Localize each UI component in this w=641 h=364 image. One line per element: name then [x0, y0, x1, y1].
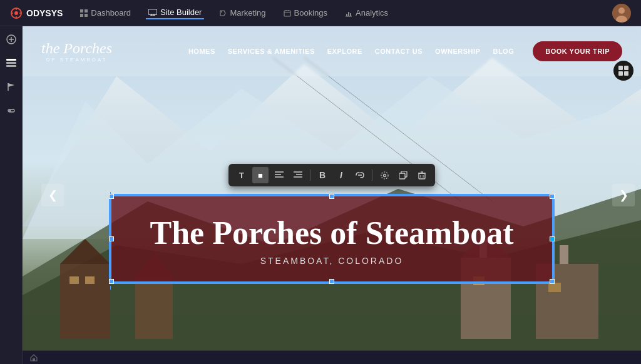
- svg-rect-10: [148, 9, 157, 14]
- toolbar-duplicate-btn[interactable]: [395, 167, 411, 183]
- hero-text-block[interactable]: The Porches of Steamboat STEAMBOAT, COLO…: [110, 195, 553, 283]
- flag-icon: [7, 83, 16, 91]
- svg-rect-52: [548, 283, 561, 292]
- svg-point-67: [381, 172, 388, 179]
- svg-rect-6: [80, 9, 83, 13]
- toolbar-link-btn[interactable]: [352, 167, 368, 183]
- content-area: the Porches OF STEAMBOAT HOMES SERVICES …: [23, 26, 641, 364]
- carousel-next-button[interactable]: ❯: [612, 184, 635, 206]
- add-element-button[interactable]: [4, 33, 18, 46]
- svg-rect-15: [284, 11, 290, 16]
- svg-rect-70: [419, 173, 425, 179]
- trash-icon: [418, 171, 426, 179]
- status-bar: [23, 350, 641, 364]
- handle-tr[interactable]: [550, 194, 555, 199]
- svg-rect-21: [348, 12, 349, 16]
- user-avatar[interactable]: [612, 4, 631, 23]
- hero-subtitle: STEAMBOAT, COLORADO: [136, 256, 527, 266]
- svg-rect-42: [135, 276, 173, 339]
- top-nav-items: Dashboard Site Builder Marketing: [78, 6, 597, 19]
- toolbar-italic-btn[interactable]: I: [333, 167, 349, 183]
- handle-tl[interactable]: [109, 194, 114, 199]
- arrow-right-icon: ❯: [619, 188, 628, 202]
- settings-float-icon: [618, 65, 629, 76]
- toolbar-divider-1: [310, 169, 310, 181]
- nav-explore[interactable]: EXPLORE: [327, 48, 362, 55]
- book-trip-button[interactable]: BOOK YOUR TRIP: [533, 41, 622, 61]
- svg-rect-75: [33, 358, 35, 361]
- toolbar-align-left-btn[interactable]: [271, 167, 287, 183]
- grid-icon: [80, 9, 88, 17]
- nav-ownership[interactable]: OWNERSHIP: [435, 48, 480, 55]
- align-right-icon: [294, 171, 302, 179]
- status-icon-left[interactable]: [29, 353, 39, 363]
- settings-sidebar-button[interactable]: [4, 104, 18, 118]
- svg-rect-31: [6, 65, 16, 67]
- toolbar-divider-2: [372, 169, 372, 181]
- handle-ml[interactable]: [109, 236, 114, 241]
- svg-rect-57: [618, 71, 623, 76]
- toolbar-align-right-btn[interactable]: [290, 167, 306, 183]
- left-sidebar: [0, 26, 23, 364]
- nav-marketing[interactable]: Marketing: [217, 6, 268, 19]
- nav-services[interactable]: SERVICES & AMENITIES: [228, 48, 315, 55]
- toolbar-settings-btn[interactable]: [376, 167, 392, 183]
- svg-rect-56: [624, 66, 628, 70]
- tag-icon: [219, 9, 227, 17]
- svg-point-1: [14, 11, 18, 15]
- svg-rect-49: [69, 276, 79, 284]
- svg-point-34: [9, 110, 11, 112]
- hero-title: The Porches of Steamboat: [136, 215, 527, 251]
- svg-rect-22: [350, 13, 351, 16]
- nav-right: [612, 4, 631, 23]
- svg-point-14: [221, 11, 222, 13]
- handle-bm[interactable]: [329, 279, 334, 284]
- toolbar-square-btn[interactable]: ■: [252, 167, 269, 183]
- svg-rect-9: [85, 14, 88, 17]
- site-logo: the Porches OF STEAMBOAT: [41, 41, 112, 63]
- nav-blog[interactable]: BLOG: [493, 48, 514, 55]
- handle-bl[interactable]: [109, 279, 114, 284]
- svg-point-24: [618, 8, 625, 14]
- svg-point-66: [383, 174, 386, 176]
- toolbar-text-btn[interactable]: T: [233, 167, 250, 183]
- svg-rect-20: [346, 14, 347, 16]
- gear-icon: [381, 171, 389, 179]
- arrow-left-icon: ❮: [48, 188, 58, 202]
- svg-rect-7: [85, 9, 88, 13]
- svg-rect-55: [618, 66, 623, 70]
- svg-rect-8: [80, 14, 83, 17]
- site-nav-links: HOMES SERVICES & AMENITIES EXPLORE CONTA…: [188, 41, 622, 61]
- plus-icon: [6, 34, 16, 44]
- handle-tm[interactable]: [329, 194, 334, 199]
- calendar-icon: [284, 9, 291, 17]
- settings-icon: [7, 106, 16, 115]
- toolbar-bold-btn[interactable]: B: [314, 167, 331, 183]
- nav-bookings[interactable]: Bookings: [281, 6, 330, 19]
- toolbar-delete-btn[interactable]: [414, 167, 430, 183]
- handle-br[interactable]: [550, 279, 555, 284]
- link-icon: [356, 172, 364, 178]
- flag-button[interactable]: [4, 80, 18, 94]
- layers-button[interactable]: [4, 56, 18, 70]
- nav-dashboard[interactable]: Dashboard: [78, 6, 133, 19]
- carousel-prev-button[interactable]: ❮: [41, 184, 64, 206]
- align-left-icon: [275, 171, 284, 179]
- odysys-logo[interactable]: ODYSYS: [10, 7, 63, 19]
- home-icon: [30, 354, 38, 361]
- layers-icon: [6, 59, 16, 68]
- svg-rect-29: [6, 59, 16, 61]
- settings-float-button[interactable]: [613, 61, 633, 81]
- svg-rect-40: [60, 264, 110, 339]
- svg-rect-58: [624, 71, 628, 76]
- nav-site-builder[interactable]: Site Builder: [146, 6, 204, 19]
- brand-name: ODYSYS: [26, 8, 63, 18]
- nav-homes[interactable]: HOMES: [188, 48, 215, 55]
- top-navigation: ODYSYS Dashboard Site Builder: [0, 0, 641, 26]
- nav-analytics[interactable]: Analytics: [342, 6, 391, 19]
- nav-contact[interactable]: CONTACT US: [375, 48, 423, 55]
- handle-mr[interactable]: [550, 236, 555, 241]
- chart-icon: [345, 9, 352, 17]
- text-editor-toolbar: T ■ B I: [228, 164, 435, 186]
- avatar-image: [612, 4, 631, 23]
